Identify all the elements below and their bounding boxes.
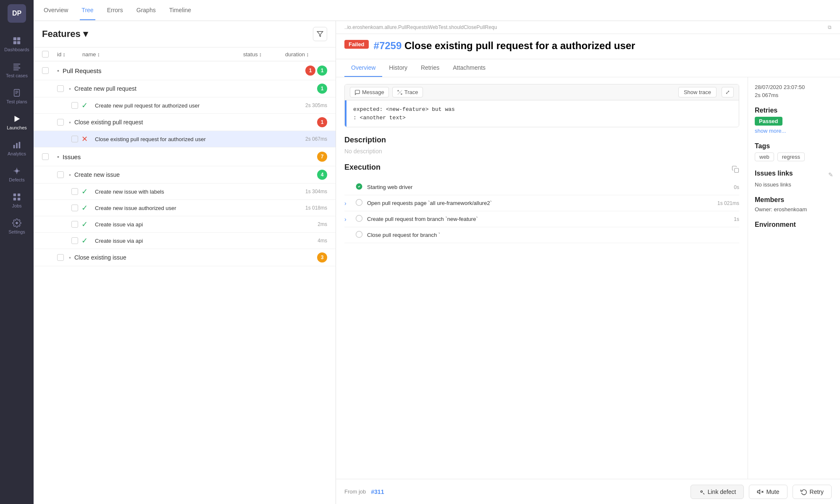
- step-icon-3: [355, 215, 363, 222]
- group-pull-requests-checkbox[interactable]: [42, 67, 49, 74]
- subgroup-create-pull-request[interactable]: ▪ Create new pull request 1: [34, 80, 336, 97]
- test-row-create-issue-api-1[interactable]: ✓ Create issue via api 2ms: [34, 216, 336, 233]
- exec-dur-3: 1s: [734, 216, 739, 222]
- test-close-pr-checkbox[interactable]: [71, 136, 78, 142]
- subgroup-create-issue[interactable]: ▪ Create new issue 4: [34, 166, 336, 184]
- test-issue-api1-checkbox[interactable]: [71, 221, 78, 228]
- test-row-create-issue-api-2[interactable]: ✓ Create issue via api 4ms: [34, 233, 336, 249]
- detail-tab-history[interactable]: History: [382, 59, 414, 77]
- group-issues[interactable]: ▪ Issues 7: [34, 147, 336, 166]
- tab-overview[interactable]: Overview: [42, 1, 70, 20]
- right-panel: ..io.eroshenkoam.allure.PullRequestsWebT…: [336, 21, 840, 504]
- pass-circle-icon: [355, 183, 363, 190]
- svg-rect-6: [13, 68, 21, 68]
- group-pull-requests[interactable]: ▪ Pull Requests 1 1: [34, 61, 336, 80]
- test-row-create-issue-auth[interactable]: ✓ Create new issue authorized user 1s 01…: [34, 200, 336, 216]
- tab-tree[interactable]: Tree: [80, 1, 95, 20]
- subgroup-close-pr-name: Close existing pull request: [74, 119, 315, 126]
- test-create-pr-checkbox[interactable]: [71, 102, 78, 109]
- subgroup-create-pr-checkbox[interactable]: [57, 85, 64, 92]
- tag-regress[interactable]: regress: [777, 152, 805, 161]
- tab-graphs[interactable]: Graphs: [135, 1, 158, 20]
- subgroup-close-issue[interactable]: ▪ Close existing issue 3: [34, 249, 336, 266]
- retry-button[interactable]: Retry: [793, 485, 832, 499]
- test-row-create-pr-authorized[interactable]: ✓ Create new pull request for authorized…: [34, 97, 336, 114]
- test-row-create-issue-labels[interactable]: ✓ Create new issue with labels 1s 304ms: [34, 184, 336, 200]
- show-trace-button[interactable]: Show trace: [678, 87, 717, 97]
- message-trace-area: Message Trace Show trace: [344, 84, 739, 127]
- trace-button[interactable]: Trace: [392, 87, 423, 97]
- pass-icon-4: ✓: [81, 220, 92, 229]
- gear-icon: [12, 218, 21, 228]
- status-column-header[interactable]: status ↕: [243, 51, 285, 58]
- detail-tab-attachments[interactable]: Attachments: [446, 59, 492, 77]
- retry-icon: [801, 488, 807, 495]
- retries-title: Retries: [755, 107, 833, 114]
- test-issue-api2-name: Create issue via api: [95, 238, 318, 244]
- features-title[interactable]: Features ▾: [42, 29, 88, 39]
- filter-button[interactable]: [313, 27, 327, 41]
- execution-copy-icon[interactable]: [732, 165, 739, 173]
- test-issue-labels-checkbox[interactable]: [71, 188, 78, 195]
- copy-icon[interactable]: ⧉: [828, 24, 832, 30]
- name-column-header[interactable]: name ↕: [82, 51, 243, 58]
- execution-header: Execution: [344, 163, 739, 175]
- sidebar-item-launches[interactable]: Launches: [0, 109, 34, 135]
- sidebar-item-defects[interactable]: Defects: [0, 161, 34, 187]
- expand-button[interactable]: ⤢: [722, 87, 734, 97]
- group-pull-requests-name: Pull Requests: [63, 67, 304, 74]
- svg-rect-3: [17, 41, 20, 44]
- sidebar-item-launches-label: Launches: [7, 125, 27, 130]
- sidebar-item-test-plans[interactable]: Test plans: [0, 83, 34, 109]
- tab-timeline[interactable]: Timeline: [168, 1, 193, 20]
- sidebar-item-analytics[interactable]: Analytics: [0, 135, 34, 161]
- exec-text-3: Create pull request from branch `new-fea…: [367, 216, 730, 222]
- mute-button[interactable]: Mute: [749, 485, 787, 499]
- failed-badge: Failed: [344, 40, 369, 49]
- exec-chevron-3[interactable]: ›: [344, 216, 351, 223]
- message-button[interactable]: Message: [350, 87, 389, 97]
- tab-errors[interactable]: Errors: [105, 1, 125, 20]
- test-create-pr-duration: 2s 305ms: [305, 102, 327, 108]
- test-issue-api2-checkbox[interactable]: [71, 237, 78, 244]
- test-row-close-pr-authorized[interactable]: ✕ Close existing pull request for author…: [34, 131, 336, 147]
- duration-column-header[interactable]: duration ↕: [285, 51, 327, 58]
- pass-icon-5: ✓: [81, 236, 92, 245]
- link-defect-button[interactable]: Link defect: [690, 485, 744, 499]
- left-header: Features ▾: [34, 21, 336, 47]
- issues-links-title: Issues links: [755, 170, 793, 177]
- sidebar-item-jobs[interactable]: Jobs: [0, 187, 34, 213]
- edit-icon[interactable]: ✎: [828, 171, 833, 178]
- svg-point-29: [356, 200, 362, 206]
- subgroup-create-issue-name: Create new issue: [74, 171, 315, 178]
- detail-tab-retries[interactable]: Retries: [414, 59, 446, 77]
- top-nav: Overview Tree Errors Graphs Timeline: [34, 0, 840, 21]
- exec-text-1: Starting web driver: [367, 184, 730, 190]
- show-more-link[interactable]: show more...: [755, 128, 786, 134]
- job-link[interactable]: #311: [371, 488, 384, 495]
- svg-rect-23: [13, 198, 16, 200]
- group-issues-checkbox[interactable]: [42, 153, 49, 160]
- select-all-checkbox[interactable]: [42, 51, 49, 58]
- right-top-bar: ..io.eroshenkoam.allure.PullRequestsWebT…: [336, 21, 840, 34]
- subgroup-close-pr-checkbox[interactable]: [57, 119, 64, 126]
- subgroup-create-issue-checkbox[interactable]: [57, 171, 64, 178]
- execution-title: Execution: [344, 163, 381, 172]
- exec-chevron-2[interactable]: ›: [344, 200, 351, 207]
- exec-status-1: [355, 183, 363, 192]
- test-issue-auth-checkbox[interactable]: [71, 205, 78, 211]
- subgroup-close-pull-request[interactable]: ▪ Close existing pull request 1: [34, 114, 336, 131]
- sidebar-item-settings[interactable]: Settings: [0, 213, 34, 239]
- exec-dur-2: 1s 021ms: [717, 200, 739, 206]
- sidebar-item-test-cases[interactable]: Test cases: [0, 57, 34, 83]
- svg-rect-0: [13, 37, 16, 40]
- svg-point-30: [356, 215, 362, 222]
- tag-web[interactable]: web: [755, 152, 774, 161]
- step-icon-4: [355, 231, 363, 238]
- id-column-header[interactable]: id ↕: [57, 51, 82, 58]
- sidebar-item-test-cases-label: Test cases: [6, 73, 28, 78]
- sidebar-item-dashboards[interactable]: Dashboards: [0, 31, 34, 57]
- subgroup-close-issue-checkbox[interactable]: [57, 254, 64, 261]
- svg-rect-22: [18, 194, 20, 196]
- detail-tab-overview[interactable]: Overview: [344, 59, 382, 77]
